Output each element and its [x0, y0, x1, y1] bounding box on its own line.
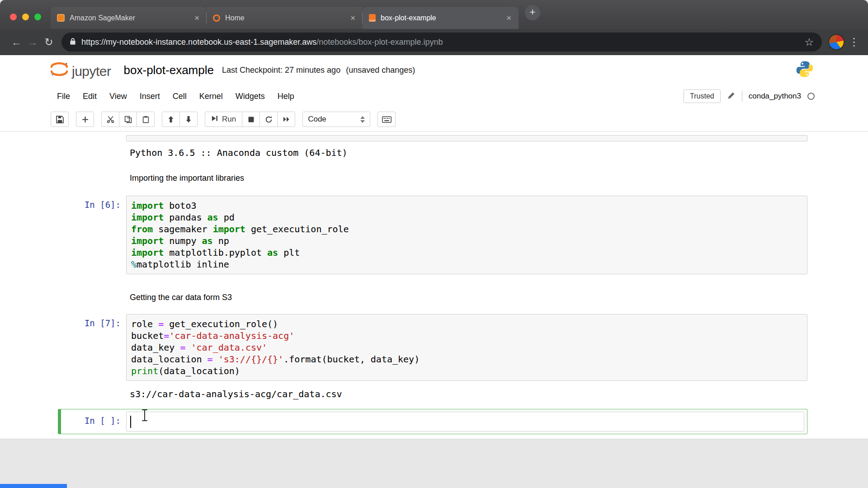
- run-cell-button[interactable]: Run: [205, 112, 242, 127]
- python-logo-icon: [796, 60, 814, 80]
- move-cell-down-button[interactable]: [179, 112, 198, 127]
- minimize-window-button[interactable]: [22, 14, 29, 20]
- kernel-status-icon: [807, 93, 815, 100]
- jupyter-logo[interactable]: jupyter: [50, 62, 111, 78]
- sagemaker-favicon-icon: [57, 14, 65, 22]
- run-label: Run: [222, 115, 236, 124]
- bottom-blue-strip: [0, 484, 67, 488]
- paste-cell-button[interactable]: [137, 112, 155, 127]
- markdown-text: Importing the important libraries: [126, 171, 807, 184]
- jupyter-logo-icon: [50, 62, 69, 78]
- checkpoint-text: Last Checkpoint: 27 minutes ago: [222, 66, 340, 75]
- cell-output-text: Python 3.6.5 :: Anaconda custom (64-bit): [126, 146, 807, 159]
- edit-mode-pencil-icon: [727, 91, 736, 102]
- run-icon: [211, 115, 218, 124]
- cell-type-dropdown[interactable]: Code: [302, 112, 370, 127]
- text-caret: [130, 416, 131, 428]
- menu-insert[interactable]: Insert: [133, 92, 166, 101]
- browser-address-row: ← → ↻ https://my-notebook-instance.noteb…: [0, 29, 868, 55]
- menu-edit[interactable]: Edit: [76, 92, 103, 101]
- code-input[interactable]: import boto3 import pandas as pd from sa…: [126, 196, 807, 274]
- jupyter-logo-text: jupyter: [72, 65, 111, 78]
- notebook-title[interactable]: box-plot-example: [124, 63, 214, 77]
- window-controls: [10, 14, 41, 20]
- interrupt-kernel-button[interactable]: [242, 112, 260, 127]
- tab-close-icon[interactable]: ×: [349, 13, 356, 23]
- browser-menu-icon[interactable]: ⋮: [848, 36, 860, 48]
- jupyter-favicon-icon: [213, 14, 220, 22]
- menu-file[interactable]: File: [51, 92, 76, 101]
- page-bottom: [0, 439, 868, 488]
- restart-kernel-button[interactable]: [259, 112, 278, 127]
- tab-label: Amazon SageMaker: [70, 14, 193, 22]
- command-palette-button[interactable]: [377, 112, 396, 127]
- zoom-window-button[interactable]: [34, 14, 41, 20]
- code-text: role = get_execution_role() bucket='car-…: [131, 318, 803, 377]
- cell-output-text: s3://car-data-analysis-acg/car_data.csv: [126, 387, 807, 400]
- markdown-text: Getting the car data form S3: [126, 291, 807, 303]
- add-cell-button[interactable]: [76, 112, 94, 127]
- menu-kernel[interactable]: Kernel: [193, 92, 229, 101]
- lock-icon: [70, 38, 76, 47]
- cell-type-value: Code: [308, 115, 326, 124]
- cell-prompt: [58, 146, 126, 159]
- close-window-button[interactable]: [10, 14, 17, 20]
- save-button[interactable]: [51, 112, 69, 127]
- markdown-cell[interactable]: Getting the car data form S3: [58, 291, 807, 303]
- new-tab-button[interactable]: +: [525, 5, 540, 20]
- forward-button[interactable]: →: [24, 36, 41, 48]
- cell-prompt: [58, 291, 126, 303]
- jupyter-toolbar: Run Code: [0, 108, 868, 131]
- cell-prompt: [58, 135, 126, 141]
- markdown-cell[interactable]: Importing the important libraries: [58, 171, 807, 184]
- tab-amazon-sagemaker[interactable]: Amazon SageMaker ×: [51, 7, 207, 29]
- jupyter-header: jupyter box-plot-example Last Checkpoint…: [0, 55, 868, 85]
- tab-label: Home: [225, 14, 349, 22]
- tab-close-icon[interactable]: ×: [193, 13, 200, 23]
- reload-button[interactable]: ↻: [41, 36, 57, 48]
- notebook-favicon-icon: [369, 14, 376, 22]
- menu-help[interactable]: Help: [271, 92, 301, 101]
- cell-prompt: [58, 171, 126, 184]
- screen: Amazon SageMaker × Home × box-plot-examp…: [0, 0, 868, 488]
- url-host: https://my-notebook-instance.notebook.us…: [81, 38, 316, 47]
- kernel-name: conda_python3: [749, 92, 801, 101]
- menu-cell[interactable]: Cell: [166, 92, 193, 101]
- tab-label: box-plot-example: [381, 14, 505, 22]
- dropdown-arrows-icon: [360, 116, 365, 123]
- output-row: s3://car-data-analysis-acg/car_data.csv: [58, 387, 807, 400]
- menu-view[interactable]: View: [103, 92, 133, 101]
- selected-cell[interactable]: In [ ]:: [58, 409, 807, 434]
- code-input[interactable]: role = get_execution_role() bucket='car-…: [126, 314, 807, 381]
- save-status-text: (unsaved changes): [346, 66, 415, 75]
- profile-avatar[interactable]: [828, 34, 844, 50]
- tab-box-plot-example[interactable]: box-plot-example ×: [363, 7, 519, 29]
- output-row: Python 3.6.5 :: Anaconda custom (64-bit): [58, 146, 807, 159]
- partial-cell: [58, 135, 807, 141]
- browser-tab-strip: Amazon SageMaker × Home × box-plot-examp…: [0, 0, 868, 29]
- back-button[interactable]: ←: [8, 36, 24, 48]
- notebook-area: Python 3.6.5 :: Anaconda custom (64-bit)…: [0, 131, 868, 439]
- url-path: /notebooks/box-plot-example.ipynb: [316, 38, 443, 47]
- cell-prompt: In [ ]:: [61, 412, 126, 432]
- code-input[interactable]: [126, 412, 804, 432]
- restart-run-all-button[interactable]: [277, 112, 295, 127]
- move-cell-up-button[interactable]: [162, 112, 180, 127]
- address-bar[interactable]: https://my-notebook-instance.notebook.us…: [61, 33, 822, 52]
- tab-close-icon[interactable]: ×: [505, 13, 512, 23]
- url-text[interactable]: https://my-notebook-instance.notebook.us…: [81, 38, 443, 47]
- copy-cell-button[interactable]: [119, 112, 137, 127]
- menu-widgets[interactable]: Widgets: [229, 92, 271, 101]
- cell-prompt: In [7]:: [58, 314, 126, 381]
- code-cell: In [7]:role = get_execution_role() bucke…: [58, 314, 807, 381]
- partial-code-input[interactable]: [126, 135, 807, 141]
- tab-home[interactable]: Home ×: [207, 7, 363, 29]
- cut-cell-button[interactable]: [101, 112, 119, 127]
- jupyter-menubar: File Edit View Insert Cell Kernel Widget…: [0, 85, 868, 108]
- cell-prompt: In [6]:: [58, 196, 126, 274]
- divider: [742, 91, 742, 102]
- tabs: Amazon SageMaker × Home × box-plot-examp…: [51, 7, 519, 29]
- bookmark-star-icon[interactable]: ☆: [804, 36, 814, 48]
- cell-prompt: [58, 387, 126, 400]
- trusted-button[interactable]: Trusted: [684, 89, 721, 103]
